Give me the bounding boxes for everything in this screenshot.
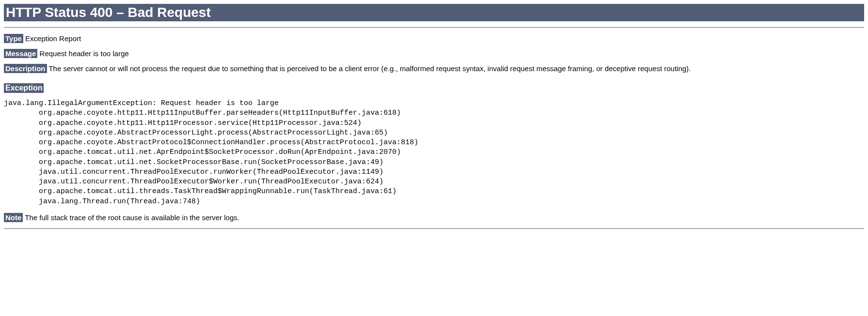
note-label: Note [4, 213, 23, 222]
type-line: Type Exception Report [4, 33, 864, 44]
page-title: HTTP Status 400 – Bad Request [4, 4, 864, 21]
type-value: Exception Report [25, 34, 81, 43]
description-label: Description [4, 64, 47, 73]
message-line: Message Request header is too large [4, 48, 864, 59]
stack-trace: java.lang.IllegalArgumentException: Requ… [4, 99, 864, 207]
note-line: Note The full stack trace of the root ca… [4, 212, 864, 223]
description-value: The server cannot or will not process th… [48, 64, 691, 73]
divider-bottom [4, 228, 864, 229]
note-value: The full stack trace of the root cause i… [25, 213, 239, 222]
divider-top [4, 27, 864, 28]
description-line: Description The server cannot or will no… [4, 63, 864, 74]
exception-heading: Exception [4, 83, 44, 93]
message-value: Request header is too large [40, 49, 129, 58]
type-label: Type [4, 34, 23, 43]
message-label: Message [4, 49, 37, 58]
